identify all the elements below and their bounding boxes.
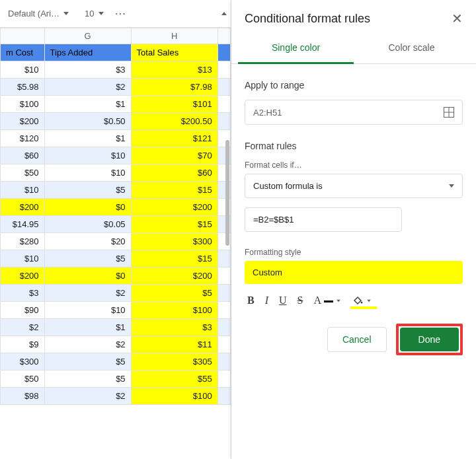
cell[interactable]: $0.05 <box>44 216 131 233</box>
cell[interactable]: $3 <box>1 285 45 302</box>
cell[interactable] <box>218 61 230 79</box>
cell[interactable]: $50 <box>1 371 45 388</box>
cell[interactable]: $10 <box>44 147 131 164</box>
cell[interactable]: $100 <box>131 302 218 319</box>
cell[interactable]: $10 <box>44 302 131 319</box>
cell[interactable]: $10 <box>1 250 45 267</box>
cell[interactable] <box>218 302 230 319</box>
header-cell[interactable]: m Cost <box>1 44 45 61</box>
cell[interactable]: $5 <box>44 182 131 199</box>
collapse-toolbar-icon[interactable] <box>221 12 227 15</box>
cell[interactable] <box>218 285 230 302</box>
col-header[interactable]: H <box>131 28 218 44</box>
done-button[interactable]: Done <box>400 328 459 351</box>
col-header[interactable] <box>218 28 230 44</box>
cell[interactable]: $11 <box>131 336 218 353</box>
cell[interactable]: $200 <box>131 267 218 285</box>
font-family-dropdown[interactable]: Default (Ari… <box>4 6 73 21</box>
col-header[interactable] <box>1 28 45 44</box>
cell[interactable]: $0 <box>44 267 131 285</box>
cell[interactable]: $300 <box>1 353 45 371</box>
cell[interactable]: $200 <box>1 113 45 130</box>
cell[interactable] <box>218 250 230 267</box>
cell[interactable]: $60 <box>131 164 218 182</box>
header-cell[interactable]: Total Sales <box>131 44 218 61</box>
cell[interactable]: $1 <box>44 130 131 147</box>
tab-color-scale[interactable]: Color scale <box>354 33 469 63</box>
italic-button[interactable]: I <box>265 295 268 306</box>
cell[interactable]: $2 <box>1 319 45 336</box>
cell[interactable]: $101 <box>131 96 218 113</box>
cell[interactable] <box>218 267 230 285</box>
cell[interactable]: $100 <box>131 388 218 405</box>
more-toolbar-button[interactable]: ··· <box>116 9 127 18</box>
cell[interactable]: $10 <box>1 61 45 79</box>
cell[interactable] <box>218 319 230 336</box>
cell[interactable]: $3 <box>131 319 218 336</box>
cell[interactable]: $70 <box>131 147 218 164</box>
cell[interactable] <box>218 371 230 388</box>
cell[interactable]: $5 <box>131 285 218 302</box>
cell[interactable]: $120 <box>1 130 45 147</box>
cell[interactable] <box>218 388 230 405</box>
formula-input[interactable]: =B2=$B$1 <box>245 207 402 232</box>
underline-button[interactable]: U <box>279 295 287 306</box>
tab-single-color[interactable]: Single color <box>238 33 354 64</box>
cell[interactable]: $50 <box>1 164 45 182</box>
cell[interactable]: $14.95 <box>1 216 45 233</box>
cell[interactable]: $100 <box>1 96 45 113</box>
font-size-dropdown[interactable]: 10 <box>81 6 107 21</box>
header-cell[interactable]: Tips Added <box>44 44 131 61</box>
cell[interactable]: $98 <box>1 388 45 405</box>
cell[interactable]: $2 <box>44 79 131 96</box>
range-input[interactable]: A2:H51 <box>245 100 463 125</box>
cell[interactable]: $121 <box>131 130 218 147</box>
cell[interactable]: $15 <box>131 216 218 233</box>
col-header[interactable]: G <box>44 28 131 44</box>
strikethrough-button[interactable]: S <box>298 295 303 306</box>
cell[interactable]: $5 <box>44 250 131 267</box>
text-color-button[interactable]: A <box>313 295 341 306</box>
cell[interactable]: $200.50 <box>131 113 218 130</box>
cell[interactable]: $60 <box>1 147 45 164</box>
cell[interactable]: $280 <box>1 233 45 250</box>
cell[interactable]: $2 <box>44 388 131 405</box>
cell[interactable]: $5 <box>44 371 131 388</box>
cell[interactable]: $10 <box>44 164 131 182</box>
cell[interactable]: $0.50 <box>44 113 131 130</box>
cell[interactable]: $15 <box>131 250 218 267</box>
range-picker-icon[interactable] <box>444 107 454 118</box>
cell[interactable]: $200 <box>1 199 45 216</box>
cell[interactable] <box>218 336 230 353</box>
cell[interactable]: $10 <box>1 182 45 199</box>
cell[interactable] <box>218 96 230 113</box>
cell[interactable]: $300 <box>131 233 218 250</box>
cell[interactable]: $55 <box>131 371 218 388</box>
style-preview[interactable]: Custom <box>245 261 463 284</box>
cell[interactable]: $90 <box>1 302 45 319</box>
cell[interactable]: $9 <box>1 336 45 353</box>
cell[interactable]: $5.98 <box>1 79 45 96</box>
cell[interactable]: $13 <box>131 61 218 79</box>
cell[interactable]: $200 <box>131 199 218 216</box>
cell[interactable]: $305 <box>131 353 218 371</box>
cell[interactable] <box>218 79 230 96</box>
condition-dropdown[interactable]: Custom formula is <box>245 174 463 198</box>
cell[interactable]: $0 <box>44 199 131 216</box>
cell[interactable] <box>218 113 230 130</box>
cell[interactable]: $20 <box>44 233 131 250</box>
fill-color-button[interactable] <box>352 295 372 306</box>
close-icon[interactable]: ✕ <box>452 11 463 26</box>
cell[interactable]: $3 <box>44 61 131 79</box>
cell[interactable] <box>218 353 230 371</box>
cell[interactable]: $200 <box>1 267 45 285</box>
vertical-scrollbar[interactable] <box>225 140 229 246</box>
cell[interactable]: $2 <box>44 285 131 302</box>
cell[interactable]: $1 <box>44 319 131 336</box>
spreadsheet-grid[interactable]: G H m CostTips AddedTotal Sales$10$3$13$… <box>0 28 231 459</box>
cell[interactable]: $15 <box>131 182 218 199</box>
cell[interactable]: $7.98 <box>131 79 218 96</box>
cell[interactable]: $5 <box>44 353 131 371</box>
bold-button[interactable]: B <box>247 295 255 306</box>
cell[interactable]: $1 <box>44 96 131 113</box>
